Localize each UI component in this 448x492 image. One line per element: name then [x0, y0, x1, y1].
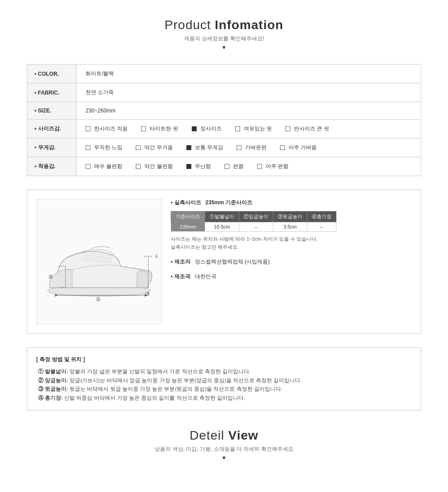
svg-text:②: ②: [48, 274, 53, 280]
method-text: 앞볼의 가장 넓은 부분을 신발의 밑창에서 가로 직선으로 측정한 길이입니다…: [68, 369, 250, 374]
method-list-item: ③ 뒷굽높이: 뒷굽는 바닥에서 뒷굽 높이중 가장 높은 부분(뒷굽의 중심)…: [36, 385, 412, 394]
option-label: 타이트한 핏: [150, 125, 178, 133]
size-table-data-cell: 3.5cm: [273, 222, 307, 232]
table-value-cell: 천연 소가죽: [77, 83, 421, 102]
checkbox-empty: [237, 145, 241, 150]
table-value-cell: 230~260mm: [77, 102, 421, 120]
option-item: 여유있는 핏: [235, 125, 272, 133]
product-info-header: Product Infomation 제품의 상세정보를 확인해주세요! ▼: [27, 18, 421, 51]
option-label: 무난함: [195, 163, 211, 170]
option-item: 반사이즈 큰 핏: [285, 125, 329, 133]
option-label: 가벼운편: [245, 144, 267, 151]
method-section: [ 측정 방법 및 위치 ] ① 발볼넓이: 앞볼의 가장 넓은 부분을 신발의…: [27, 347, 421, 410]
option-label: 보통 무게감: [195, 144, 223, 151]
method-text: 앞굽(가보시)는 바닥에서 앞굽 높이중 가장 높은 부분(앞굽의 중심)을 직…: [68, 378, 302, 383]
option-label: 한사이즈 작음: [94, 125, 128, 133]
manufacturer-row: • 제조자 정스컬렉션협력업체 (사입제품): [171, 258, 412, 266]
manufacturer-label: • 제조자: [171, 258, 190, 266]
method-text: 신발 뒤중심 바닥에서 가장 높은 중심의 길이를 직선으로 측정한 길이입니다…: [63, 395, 245, 401]
shoe-diagram: ① ② ③ ④: [36, 199, 162, 324]
option-label: 무직한 느낌: [94, 144, 122, 151]
checkbox-empty: [136, 145, 141, 150]
product-info-title: Product Infomation: [27, 18, 421, 32]
checkbox-empty: [224, 164, 229, 169]
info-table: • COLOR.화이트/블랙• FABRIC.천연 소가죽• SIZE.230~…: [27, 64, 421, 176]
method-num: ① 발볼넓이:: [38, 369, 68, 374]
checkbox-empty: [280, 145, 285, 150]
detail-arrow: ▼: [27, 455, 421, 461]
shoe-svg: ① ② ③ ④: [41, 208, 157, 315]
size-table-data-cell: 10.5cm: [205, 222, 239, 232]
checkbox-empty: [257, 164, 262, 169]
manufacturer-value: 정스컬렉션협력업체 (사입제품): [195, 258, 270, 266]
checkbox-empty: [86, 126, 90, 131]
option-label: 정사이즈: [200, 125, 222, 133]
table-label-cell: • 사이즈감.: [27, 120, 77, 138]
table-value-cell: 매우 불편함약간 불편함무난함편함아주 편함: [77, 157, 421, 176]
method-list-item: ① 발볼넓이: 앞볼의 가장 넓은 부분을 신발의 밑창에서 가로 직선으로 측…: [36, 367, 412, 376]
size-section-title: • 실측사이즈 235mm 기준사이즈: [171, 199, 412, 207]
size-note: 사이즈는 재는 위치와 사람에 따라 1~2cm 차이가 있을 수 있습니다. …: [171, 235, 412, 251]
option-label: 여유있는 핏: [244, 125, 272, 133]
base-size-label: 235mm 기준사이즈: [206, 199, 253, 207]
size-table-data-cell: 235mm: [171, 222, 205, 232]
option-label: 아주 편함: [266, 163, 289, 170]
origin-label: • 제조국: [171, 273, 190, 281]
table-value-cell: 무직한 느낌약간 무거움보통 무게감가벼운편아주 가벼움: [77, 138, 421, 157]
option-item: 약간 불편함: [136, 163, 172, 170]
method-text: 뒷굽는 바닥에서 뒷굽 높이중 가장 높은 부분(뒷굽의 중심)을 직선으로 측…: [68, 386, 282, 392]
table-label-cell: • FABRIC.: [27, 83, 77, 102]
origin-row: • 제조국 대한민국: [171, 273, 412, 281]
measurement-section: ① ② ③ ④ • 실측사이즈 23: [27, 190, 421, 334]
header-arrow: ▼: [27, 44, 421, 51]
table-value-cell: 한사이즈 작음타이트한 핏정사이즈여유있는 핏반사이즈 큰 핏: [77, 120, 421, 138]
option-label: 편함: [233, 163, 244, 170]
method-num: ② 앞굽높이:: [38, 378, 68, 383]
checkbox-empty: [86, 164, 90, 169]
size-table-header-cell: 기준사이즈: [171, 211, 205, 222]
option-item: 무난함: [186, 163, 211, 170]
shoe-illustration: ① ② ③ ④: [41, 208, 157, 306]
detail-title-light: Deteil: [190, 428, 228, 442]
option-item: 약간 무거움: [136, 144, 172, 151]
method-num: ④ 총기장:: [38, 395, 63, 401]
size-table-data-cell: –: [307, 222, 336, 232]
checkbox-empty: [136, 164, 141, 169]
checkbox-filled: [186, 164, 191, 169]
size-table-header-cell: ③뒷굽높이: [273, 211, 307, 222]
size-table-header-cell: ②앞굽높이: [239, 211, 273, 222]
size-table-data-cell: –: [239, 222, 273, 232]
size-table: 기준사이즈①발볼넓이②앞굽높이③뒷굽높이④총기장 235mm10.5cm–3.5…: [171, 211, 336, 232]
table-label-cell: • 무게감.: [27, 138, 77, 157]
page-wrapper: Product Infomation 제품의 상세정보를 확인해주세요! ▼ •…: [0, 0, 448, 479]
option-item: 한사이즈 작음: [86, 125, 128, 133]
option-label: 반사이즈 큰 핏: [294, 125, 329, 133]
origin-value: 대한민국: [195, 273, 216, 281]
checkbox-filled: [186, 145, 191, 150]
option-label: 약간 무거움: [144, 144, 172, 151]
method-num: ③ 뒷굽높이:: [38, 386, 68, 392]
table-label-cell: • COLOR.: [27, 65, 77, 83]
title-light: Product: [164, 18, 215, 32]
size-table-header-cell: ④총기장: [307, 211, 336, 222]
size-note-line2: 실측사이즈는 참고만 해주세요.: [171, 244, 239, 250]
detail-view-header: Deteil View 상품의 색상, 미감, 가봉, 소재등을 더 자세히 확…: [27, 428, 421, 461]
svg-text:①: ①: [96, 296, 101, 302]
table-label-cell: • 착용감.: [27, 157, 77, 176]
table-value-cell: 화이트/블랙: [77, 65, 421, 83]
option-item: 아주 가벼움: [280, 144, 317, 151]
title-bold: Infomation: [215, 18, 284, 32]
checkbox-empty: [285, 126, 290, 131]
option-label: 매우 불편함: [94, 163, 122, 170]
method-list-item: ② 앞굽높이: 앞굽(가보시)는 바닥에서 앞굽 높이중 가장 높은 부분(앞굽…: [36, 376, 412, 385]
checkbox-empty: [141, 126, 146, 131]
option-label: 약간 불편함: [144, 163, 172, 170]
option-item: 정사이즈: [192, 125, 222, 133]
checkbox-empty: [235, 126, 240, 131]
option-item: 보통 무게감: [186, 144, 223, 151]
size-note-line1: 사이즈는 재는 위치와 사람에 따라 1~2cm 차이가 있을 수 있습니다.: [171, 236, 318, 242]
measurement-details: • 실측사이즈 235mm 기준사이즈 기준사이즈①발볼넓이②앞굽높이③뒷굽높이…: [171, 199, 412, 324]
checkbox-empty: [86, 145, 90, 150]
size-label: • 실측사이즈: [171, 199, 201, 207]
product-info-subtitle: 제품의 상세정보를 확인해주세요!: [27, 35, 421, 43]
